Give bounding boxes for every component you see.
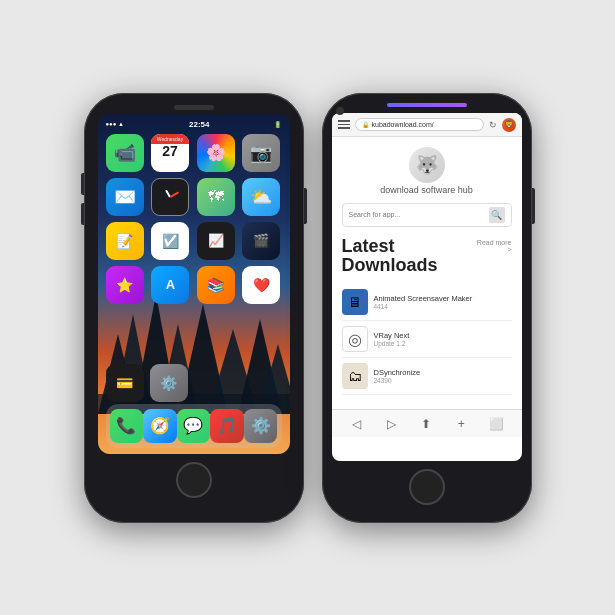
power-button[interactable] bbox=[304, 188, 307, 224]
reminders-icon[interactable]: ☑️ bbox=[151, 222, 189, 260]
time-display: 22:54 bbox=[189, 120, 209, 129]
back-button[interactable]: ◁ bbox=[346, 413, 368, 435]
forward-button[interactable]: ▷ bbox=[381, 413, 403, 435]
download-icon-2: ◎ bbox=[342, 326, 368, 352]
download-name-2: VRay Next bbox=[374, 331, 512, 340]
share-button[interactable]: ⬆ bbox=[415, 413, 437, 435]
reload-icon[interactable]: ↻ bbox=[489, 120, 497, 130]
calendar-day: 27 bbox=[162, 144, 178, 158]
site-logo-image: 🐺 bbox=[409, 147, 445, 183]
read-more-link[interactable]: Read more > bbox=[477, 239, 512, 253]
left-phone: ●●● ▲ 22:54 🔋 📹 Wednesday 27 🌸 📷 ✉️ 🗺 ⛅ bbox=[84, 93, 304, 523]
search-button[interactable]: 🔍 bbox=[489, 207, 505, 223]
latest-downloads-header: LatestDownloads Read more > bbox=[342, 237, 512, 277]
notes-icon[interactable]: 📝 bbox=[106, 222, 144, 260]
signal-indicator: ●●● ▲ bbox=[106, 121, 124, 127]
books-icon[interactable]: 📚 bbox=[197, 266, 235, 304]
hamburger-line bbox=[338, 127, 350, 129]
calendar-header: Wednesday bbox=[151, 134, 189, 144]
top-notch bbox=[84, 93, 304, 114]
weather-icon[interactable]: ⛅ bbox=[242, 178, 280, 216]
mute-button[interactable] bbox=[81, 173, 84, 195]
browser-bottom-bar: ◁ ▷ ⬆ + ⬜ bbox=[332, 409, 522, 437]
read-more-text: Read more bbox=[477, 239, 512, 246]
download-item-2[interactable]: ◎ VRay Next Update 1.2 bbox=[342, 321, 512, 358]
download-info-1: Animated Screensaver Maker 4414 bbox=[374, 294, 512, 310]
volume-button[interactable] bbox=[81, 203, 84, 225]
brave-browser-icon[interactable]: 🦁 bbox=[502, 118, 516, 132]
latest-downloads-section: LatestDownloads Read more > 🖥 Animated S… bbox=[342, 237, 512, 396]
battery-indicator: 🔋 bbox=[274, 121, 281, 128]
hamburger-line bbox=[338, 120, 350, 122]
right-home-button[interactable] bbox=[409, 469, 445, 505]
wallet-icon[interactable]: 💳 bbox=[106, 364, 144, 402]
lock-icon: 🔒 bbox=[362, 121, 369, 128]
heart-symbol: ❤️ bbox=[253, 277, 270, 293]
browser-screen: 🔒 kubadownload.com/ ↻ 🦁 🐺 download softw… bbox=[332, 113, 522, 461]
ios-settings-icon[interactable]: ⚙️ bbox=[150, 364, 188, 402]
site-title-text: download software hub bbox=[380, 185, 473, 195]
appstore-icon[interactable]: A bbox=[151, 266, 189, 304]
safari-dock-icon[interactable]: 🧭 bbox=[143, 409, 177, 443]
right-phone: 🔒 kubadownload.com/ ↻ 🦁 🐺 download softw… bbox=[322, 93, 532, 523]
url-bar[interactable]: 🔒 kubadownload.com/ bbox=[355, 118, 484, 131]
calendar-icon[interactable]: Wednesday 27 bbox=[151, 134, 189, 172]
download-icon-1: 🖥 bbox=[342, 289, 368, 315]
download-sub-2: Update 1.2 bbox=[374, 340, 512, 347]
url-text: kubadownload.com/ bbox=[372, 121, 434, 128]
download-icon-3: 🗂 bbox=[342, 363, 368, 389]
app-grid: 📹 Wednesday 27 🌸 📷 ✉️ 🗺 ⛅ 📝 ☑️ 📈 🎬 bbox=[106, 134, 282, 304]
download-sub-3: 24390 bbox=[374, 377, 512, 384]
ios-status-bar: ●●● ▲ 22:54 🔋 bbox=[98, 118, 290, 131]
search-input[interactable] bbox=[349, 211, 489, 218]
download-info-2: VRay Next Update 1.2 bbox=[374, 331, 512, 347]
facetime-icon[interactable]: 📹 bbox=[106, 134, 144, 172]
download-name-3: DSynchronize bbox=[374, 368, 512, 377]
ios-screen: ●●● ▲ 22:54 🔋 📹 Wednesday 27 🌸 📷 ✉️ 🗺 ⛅ bbox=[98, 114, 290, 454]
maps-icon[interactable]: 🗺 bbox=[197, 178, 235, 216]
speaker bbox=[174, 105, 214, 110]
settings-dock-icon[interactable]: ⚙️ bbox=[244, 409, 278, 443]
home-button[interactable] bbox=[176, 462, 212, 498]
app-search-bar[interactable]: 🔍 bbox=[342, 203, 512, 227]
read-more-arrow: > bbox=[507, 246, 511, 253]
download-name-1: Animated Screensaver Maker bbox=[374, 294, 512, 303]
phone-dock-icon[interactable]: 📞 bbox=[110, 409, 144, 443]
hamburger-line bbox=[338, 124, 350, 126]
ios-dock: 📞 🧭 💬 🎵 ⚙️ bbox=[106, 404, 282, 448]
download-info-3: DSynchronize 24390 bbox=[374, 368, 512, 384]
right-speaker bbox=[336, 107, 344, 115]
imovie-icon[interactable]: 🎬 bbox=[242, 222, 280, 260]
browser-nav-bar: 🔒 kubadownload.com/ ↻ 🦁 bbox=[332, 113, 522, 137]
download-sub-1: 4414 bbox=[374, 303, 512, 310]
music-dock-icon[interactable]: 🎵 bbox=[210, 409, 244, 443]
download-item-1[interactable]: 🖥 Animated Screensaver Maker 4414 bbox=[342, 284, 512, 321]
hamburger-menu-icon[interactable] bbox=[338, 120, 350, 129]
starred-icon[interactable]: ⭐ bbox=[106, 266, 144, 304]
right-power-button[interactable] bbox=[532, 188, 535, 224]
clock-icon[interactable] bbox=[151, 178, 189, 216]
volume-slider bbox=[387, 103, 467, 107]
latest-downloads-title: LatestDownloads bbox=[342, 237, 438, 277]
photos-icon[interactable]: 🌸 bbox=[197, 134, 235, 172]
stocks-icon[interactable]: 📈 bbox=[197, 222, 235, 260]
right-top-bar bbox=[322, 93, 532, 113]
clock-minute-hand bbox=[170, 191, 179, 197]
camera-icon[interactable]: 📷 bbox=[242, 134, 280, 172]
add-tab-button[interactable]: + bbox=[450, 413, 472, 435]
site-logo-area: 🐺 download software hub bbox=[342, 147, 512, 195]
mail-icon[interactable]: ✉️ bbox=[106, 178, 144, 216]
browser-content: 🐺 download software hub 🔍 LatestDownload… bbox=[332, 137, 522, 410]
health-icon[interactable]: ❤️ bbox=[242, 266, 280, 304]
messages-dock-icon[interactable]: 💬 bbox=[177, 409, 211, 443]
download-item-3[interactable]: 🗂 DSynchronize 24390 bbox=[342, 358, 512, 395]
tabs-button[interactable]: ⬜ bbox=[485, 413, 507, 435]
